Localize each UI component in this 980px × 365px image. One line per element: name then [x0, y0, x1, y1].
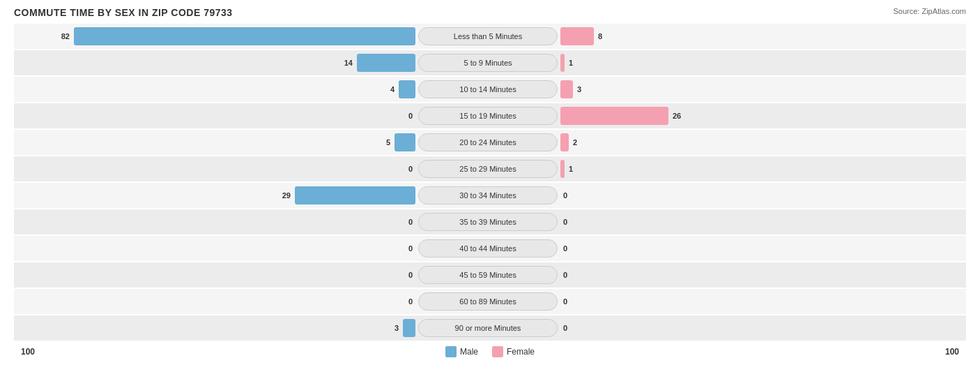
bar-row: 82Less than 5 Minutes8	[14, 24, 966, 49]
row-label: 45 to 59 Minutes	[418, 266, 558, 284]
female-value: 1	[569, 59, 573, 67]
left-section: 4	[14, 77, 418, 102]
row-label: 15 to 19 Minutes	[418, 107, 558, 125]
bar-row: 520 to 24 Minutes2	[14, 130, 966, 155]
male-value-zero: 0	[406, 271, 415, 279]
female-bar	[560, 107, 668, 125]
row-label: 5 to 9 Minutes	[418, 54, 558, 72]
left-section: 0	[14, 262, 418, 288]
right-section: 8	[558, 24, 962, 49]
left-section: 29	[14, 183, 418, 208]
row-label: 20 to 24 Minutes	[418, 133, 558, 151]
legend-area: 100 Male Female 100	[14, 346, 966, 357]
axis-right-label: 100	[945, 347, 959, 357]
row-label: 35 to 39 Minutes	[418, 213, 558, 231]
legend-female: Female	[492, 346, 535, 357]
bar-row: 015 to 19 Minutes26	[14, 103, 966, 128]
left-section: 0	[14, 103, 418, 128]
left-section: 0	[14, 209, 418, 234]
female-bar	[560, 54, 565, 72]
row-label: 90 or more Minutes	[418, 319, 558, 337]
bar-row: 390 or more Minutes0	[14, 315, 966, 341]
female-value-zero: 0	[560, 218, 570, 226]
chart-container: COMMUTE TIME BY SEX IN ZIP CODE 79733 So…	[0, 0, 980, 365]
female-legend-box	[492, 346, 503, 357]
right-section: 2	[558, 130, 962, 155]
right-section: 0	[558, 289, 962, 314]
axis-left-label: 100	[21, 347, 35, 357]
bar-row: 035 to 39 Minutes0	[14, 209, 966, 234]
male-value-zero: 0	[406, 297, 415, 306]
male-value: 3	[395, 324, 399, 332]
legend-male: Male	[445, 346, 478, 357]
female-value: 2	[573, 138, 577, 147]
chart-area: 82Less than 5 Minutes8145 to 9 Minutes14…	[14, 24, 966, 342]
male-bar	[403, 319, 415, 337]
row-label: 40 to 44 Minutes	[418, 239, 558, 258]
right-section: 3	[558, 77, 962, 102]
right-section: 0	[558, 236, 962, 261]
source-label: Source: ZipAtlas.com	[893, 7, 966, 15]
male-value: 29	[282, 191, 291, 200]
male-legend-box	[445, 346, 457, 357]
male-legend-label: Male	[460, 347, 478, 357]
left-section: 5	[14, 130, 418, 155]
male-value: 82	[61, 32, 70, 40]
male-bar	[395, 133, 415, 151]
female-value: 8	[598, 32, 602, 40]
male-value: 5	[386, 138, 390, 147]
female-value-zero: 0	[560, 297, 570, 306]
female-legend-label: Female	[507, 347, 535, 357]
left-section: 3	[14, 315, 418, 341]
male-value-zero: 0	[406, 112, 415, 120]
female-value: 26	[673, 112, 681, 120]
male-value: 4	[390, 85, 395, 94]
male-value: 14	[344, 59, 353, 67]
female-value: 1	[569, 165, 573, 173]
right-section: 0	[558, 315, 962, 341]
female-value-zero: 0	[560, 324, 570, 332]
female-value-zero: 0	[560, 244, 570, 253]
male-bar	[399, 80, 415, 98]
male-bar	[295, 186, 415, 204]
row-label: 25 to 29 Minutes	[418, 160, 558, 178]
right-section: 1	[558, 50, 962, 75]
female-bar	[560, 133, 569, 151]
row-label: 10 to 14 Minutes	[418, 80, 558, 98]
right-section: 26	[558, 103, 962, 128]
left-section: 0	[14, 156, 418, 181]
male-value-zero: 0	[406, 244, 415, 253]
row-label: 60 to 89 Minutes	[418, 292, 558, 311]
female-bar	[560, 160, 565, 178]
left-section: 14	[14, 50, 418, 75]
bar-row: 040 to 44 Minutes0	[14, 236, 966, 261]
female-value-zero: 0	[560, 191, 570, 200]
female-bar	[560, 80, 573, 98]
bar-row: 025 to 29 Minutes1	[14, 156, 966, 181]
male-bar	[357, 54, 415, 72]
chart-title: COMMUTE TIME BY SEX IN ZIP CODE 79733	[14, 7, 966, 18]
male-bar	[74, 27, 415, 45]
male-value-zero: 0	[406, 165, 415, 173]
bar-row: 410 to 14 Minutes3	[14, 77, 966, 102]
bar-row: 2930 to 34 Minutes0	[14, 183, 966, 208]
left-section: 0	[14, 236, 418, 261]
right-section: 1	[558, 156, 962, 181]
female-value-zero: 0	[560, 271, 570, 279]
right-section: 0	[558, 262, 962, 288]
row-label: Less than 5 Minutes	[418, 27, 558, 45]
female-bar	[560, 27, 594, 45]
legend: Male Female	[445, 346, 535, 357]
row-label: 30 to 34 Minutes	[418, 186, 558, 204]
bar-row: 145 to 9 Minutes1	[14, 50, 966, 75]
bar-row: 060 to 89 Minutes0	[14, 289, 966, 314]
left-section: 0	[14, 289, 418, 314]
female-value: 3	[577, 85, 581, 94]
right-section: 0	[558, 209, 962, 234]
male-value-zero: 0	[406, 218, 415, 226]
bar-row: 045 to 59 Minutes0	[14, 262, 966, 288]
right-section: 0	[558, 183, 962, 208]
left-section: 82	[14, 24, 418, 49]
